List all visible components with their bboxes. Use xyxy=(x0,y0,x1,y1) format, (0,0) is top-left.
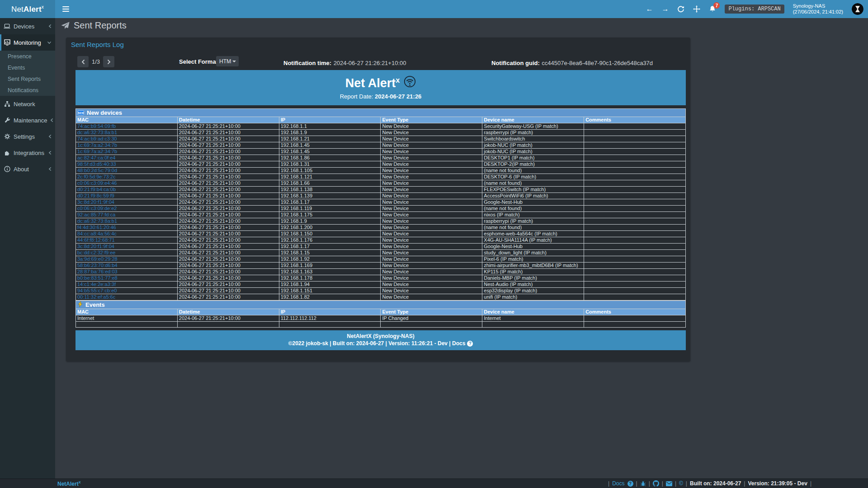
host-timestamp: (27/06/2024, 21:41:02) xyxy=(793,9,843,15)
mac-link[interactable]: 92:ac:85:77:fd:ca xyxy=(77,212,115,217)
mac-link[interactable]: c0:06:c3:09:de:e2 xyxy=(77,206,117,211)
table-cell: 2024-06-27 21:25:21+10:00 xyxy=(177,263,279,269)
table-cell: 192.168.1.200 xyxy=(279,225,381,231)
format-select[interactable]: HTML xyxy=(216,56,239,66)
table-cell: 192.168.1.121 xyxy=(279,174,381,180)
table-cell: 192.168.1.21 xyxy=(279,136,381,142)
mac-link[interactable]: ac:82:47:ca:0f:e4 xyxy=(77,155,115,160)
copyright-icon[interactable]: © xyxy=(679,480,683,487)
next-page-button[interactable] xyxy=(103,56,114,67)
mac-link[interactable]: 3c:8d:20:f1:9f:04 xyxy=(77,199,114,205)
mac-link[interactable]: 1c:69:7a:a2:34:7b xyxy=(77,142,117,148)
refresh-icon[interactable] xyxy=(677,5,684,13)
table-cell: New Device xyxy=(381,130,482,136)
statusbar-brand-link[interactable]: NetAlertX xyxy=(57,480,80,487)
table-row: d0:21:f9:8c:59:f92024-06-27 21:25:21+10:… xyxy=(76,193,686,199)
laptop-icon xyxy=(4,23,10,29)
mac-link[interactable]: 3a:9d:69:e0:29:28 xyxy=(77,256,118,262)
mac-link[interactable]: 58:b6:23:70:d6:b4 xyxy=(77,263,118,268)
sidebar-item-devices[interactable]: Devices xyxy=(0,18,55,34)
table-cell: New Device xyxy=(381,212,482,218)
mac-link[interactable]: 2c:f0:5d:9e:73:2c xyxy=(77,174,115,179)
sidebar-toggle-button[interactable] xyxy=(55,0,76,18)
mac-link[interactable]: dc:a6:32:73:8a:b1 xyxy=(77,218,117,224)
table-cell: 28:87:ba:76:ed:03 xyxy=(76,269,178,275)
table-cell: 192.168.1.178 xyxy=(279,275,381,282)
events-table: MACDatetimeIPEvent TypeDevice nameCommen… xyxy=(75,309,686,328)
mac-link[interactable]: 28:87:ba:76:ed:03 xyxy=(77,269,118,274)
report-preview: Net Alertx Report Date: 2024-06-27 21:26… xyxy=(75,70,686,350)
mac-link[interactable]: 48:b0:2d:5c:79:0d xyxy=(77,168,117,173)
mac-link[interactable]: 44:6f:f8:12:68:71 xyxy=(77,237,115,243)
mac-link[interactable]: b0:be:83:51:77:e8 xyxy=(77,275,118,281)
mac-link[interactable]: bc:dd:c2:32:f9:ee xyxy=(77,250,115,255)
mac-link[interactable]: 1c:69:7a:a2:34:7b xyxy=(77,149,117,154)
table-cell: DESKTOP1 (IP match) xyxy=(482,155,584,161)
github-icon[interactable] xyxy=(653,480,659,487)
sidebar-item-network[interactable]: Network xyxy=(0,96,55,112)
table-row: Internet2024-06-27 21:25:21+10:00112.112… xyxy=(76,315,686,322)
table-row: 92:ac:85:77:fd:ca2024-06-27 21:25:21+10:… xyxy=(76,212,686,218)
table-cell: SecurityGateway-USG (IP match) xyxy=(482,123,584,130)
mac-link[interactable]: 94:b5:55:c7:cb:e0 xyxy=(77,288,117,293)
sidebar-item-monitoring[interactable]: Monitoring xyxy=(0,34,55,51)
table-cell xyxy=(482,322,584,328)
table-cell: 192.168.1.138 xyxy=(279,187,381,193)
table-cell: 2024-06-27 21:25:21+10:00 xyxy=(177,187,279,193)
table-cell: 2024-06-27 21:25:21+10:00 xyxy=(177,149,279,155)
sidebar-item-maintenance[interactable]: Maintenance xyxy=(0,112,55,128)
mac-link[interactable]: c0:06:c3:09:e4:46 xyxy=(77,180,117,186)
table-cell: New Device xyxy=(381,142,482,149)
question-circle-icon[interactable]: ? xyxy=(467,341,473,347)
prev-page-button[interactable] xyxy=(77,56,89,67)
table-cell: 14:c1:4e:2e:a3:3f xyxy=(76,282,178,288)
mac-link[interactable]: 74:ac:b9:ad:c3:30 xyxy=(77,136,117,141)
mac-link[interactable]: dc:a6:32:73:8a:b1 xyxy=(77,130,117,135)
mac-link[interactable]: 98:5f:d3:d5:40:33 xyxy=(77,161,116,167)
table-cell: New Device xyxy=(381,193,482,199)
table-row: c0:06:c3:09:e4:462024-06-27 21:25:21+10:… xyxy=(76,180,686,187)
sidebar-item-settings[interactable]: Settings xyxy=(0,128,55,145)
sidebar-item-notifications[interactable]: Notifications xyxy=(0,84,55,96)
mac-link[interactable]: 00:11:32:ef:a5:6c xyxy=(77,294,115,300)
table-cell: New Device xyxy=(381,123,482,130)
mac-link[interactable]: 84:cc:a8:4a:56:4c xyxy=(77,231,117,236)
sidebar-item-about[interactable]: About xyxy=(0,161,55,177)
sent-reports-log-link[interactable]: Sent Reports Log xyxy=(71,41,124,48)
question-circle-icon[interactable]: ? xyxy=(627,481,633,487)
table-row: 2c:f0:5d:9e:73:2c2024-06-27 21:25:21+10:… xyxy=(76,174,686,180)
table-cell: 98:5f:d3:d5:40:33 xyxy=(76,161,178,168)
table-row: ac:82:47:ca:0f:e42024-06-27 21:25:21+10:… xyxy=(76,155,686,161)
mac-link[interactable]: 3c:8d:20:f1:9f:04 xyxy=(77,244,114,249)
user-avatar[interactable] xyxy=(852,3,863,15)
table-cell: 3a:9d:69:e0:29:28 xyxy=(76,256,178,263)
docs-link[interactable]: Docs xyxy=(612,480,624,487)
sidebar-item-integrations[interactable]: Integrations xyxy=(0,145,55,161)
table-cell: 84:cc:a8:4a:56:4c xyxy=(76,231,178,237)
table-row: 1c:69:7a:a2:34:7b2024-06-27 21:25:21+10:… xyxy=(76,149,686,155)
sent-reports-panel: Sent Reports Log 1/3 Select Format: HTML… xyxy=(66,38,690,361)
sidebar-item-events[interactable]: Events xyxy=(0,62,55,73)
table-cell: DESKTOP-6 (IP match) xyxy=(482,174,584,180)
notifications-bell[interactable]: 7 xyxy=(709,5,716,13)
envelope-icon[interactable] xyxy=(666,481,672,486)
forward-arrow-icon[interactable]: → xyxy=(661,5,669,13)
table-cell xyxy=(584,149,686,155)
mac-link[interactable]: 74:ac:b9:54:09:fb xyxy=(77,123,116,129)
mac-link[interactable]: 14:c1:4e:2e:a3:3f xyxy=(77,282,116,287)
chevron-down-icon xyxy=(47,41,52,44)
table-cell: New Device xyxy=(381,256,482,263)
mac-link[interactable]: d0:21:f9:8c:59:f9 xyxy=(77,193,114,198)
app-logo[interactable]: NetAlertx xyxy=(0,0,55,18)
mac-link[interactable]: d0:21:f9:b4:ca:0b xyxy=(77,187,116,192)
table-cell xyxy=(584,263,686,269)
bug-icon[interactable] xyxy=(640,481,646,487)
sidebar-item-sent-reports[interactable]: Sent Reports xyxy=(0,73,55,84)
table-cell xyxy=(76,322,178,328)
table-row: 74:ac:b9:54:09:fb2024-06-27 21:25:21+10:… xyxy=(76,123,686,130)
back-arrow-icon[interactable]: ← xyxy=(646,5,653,13)
mac-link[interactable]: f4:4d:30:61:20:46 xyxy=(77,225,116,230)
move-icon[interactable] xyxy=(693,5,700,13)
table-cell xyxy=(584,256,686,263)
sidebar-item-presence[interactable]: Presence xyxy=(0,51,55,62)
